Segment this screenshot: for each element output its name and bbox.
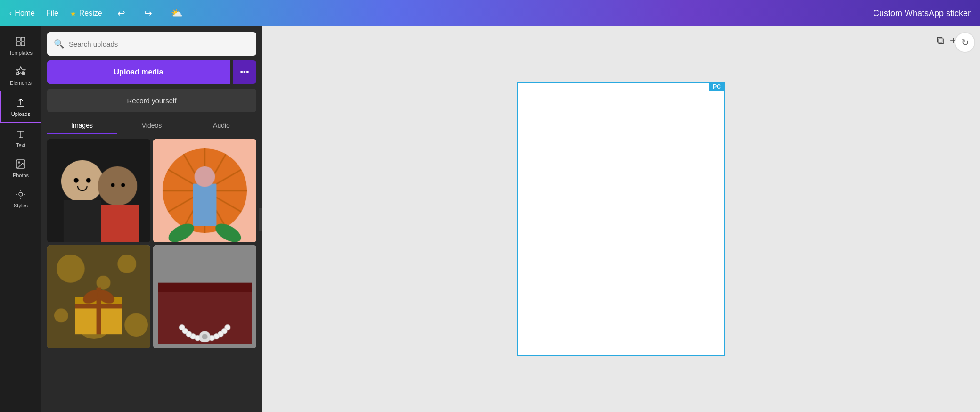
home-label: Home: [15, 9, 35, 17]
sidebar-item-elements-label: Elements: [10, 80, 32, 86]
sidebar-item-text-label: Text: [16, 142, 25, 148]
record-yourself-button[interactable]: Record yourself: [47, 89, 256, 112]
tab-videos[interactable]: Videos: [117, 117, 187, 134]
svg-rect-4: [16, 73, 19, 75]
sidebar-item-styles[interactable]: Styles: [0, 183, 41, 213]
record-label: Record yourself: [127, 97, 176, 105]
sidebar-item-elements[interactable]: Elements: [0, 60, 41, 91]
sidebar-item-uploads[interactable]: Uploads: [0, 91, 41, 123]
file-label: File: [46, 9, 58, 17]
upload-dots-label: •••: [240, 67, 249, 77]
upload-media-row: Upload media •••: [47, 60, 256, 84]
upload-media-button[interactable]: Upload media: [47, 60, 230, 84]
search-box: 🔍: [47, 32, 256, 56]
main: Templates Elements Uploads Text: [0, 26, 980, 412]
sidebar: Templates Elements Uploads Text: [0, 26, 41, 412]
resize-label: Resize: [79, 9, 102, 17]
image-canvas-boys: [47, 139, 150, 242]
canvas-area: ⧉ + ↻ PC: [262, 26, 980, 412]
back-button[interactable]: ‹ Home: [9, 9, 35, 17]
svg-rect-2: [16, 42, 20, 46]
sidebar-item-text[interactable]: Text: [0, 123, 41, 153]
sidebar-item-templates[interactable]: Templates: [0, 30, 41, 60]
tab-images-label: Images: [71, 122, 93, 129]
undo-button[interactable]: ↩: [114, 6, 129, 21]
tab-images[interactable]: Images: [47, 117, 117, 134]
copy-icon: ⧉: [937, 34, 944, 47]
svg-point-8: [19, 192, 23, 196]
sidebar-item-styles-label: Styles: [14, 203, 28, 208]
search-icon: 🔍: [54, 39, 64, 49]
image-thumb-woman[interactable]: [153, 139, 256, 242]
tab-videos-label: Videos: [142, 122, 162, 129]
styles-icon: [15, 189, 26, 200]
elements-icon: [15, 66, 26, 77]
file-button[interactable]: File: [46, 9, 58, 17]
topbar-title: Custom WhatsApp sticker: [873, 8, 971, 18]
topbar-left: ‹ Home File ★ Resize ↩ ↪ ⛅: [9, 6, 864, 21]
cloud-icon: ⛅: [171, 8, 183, 18]
images-grid: [47, 139, 256, 348]
image-canvas-woman: [153, 139, 256, 242]
upload-media-label: Upload media: [114, 68, 163, 76]
sidebar-item-photos[interactable]: Photos: [0, 153, 41, 183]
svg-rect-1: [21, 37, 25, 41]
canvas-tools: ⧉ +: [937, 34, 956, 47]
resize-star-icon: ★: [70, 9, 76, 18]
copy-canvas-button[interactable]: ⧉: [937, 34, 944, 47]
svg-rect-3: [21, 42, 25, 46]
uploads-icon: [15, 97, 26, 108]
templates-icon: [15, 36, 26, 47]
image-thumb-necklace[interactable]: [153, 245, 256, 348]
refresh-button[interactable]: ↻: [955, 32, 975, 53]
sidebar-item-photos-label: Photos: [13, 173, 29, 178]
photos-icon: [15, 158, 26, 170]
pc-badge: PC: [709, 82, 725, 91]
topbar: ‹ Home File ★ Resize ↩ ↪ ⛅ Custom WhatsA…: [0, 0, 980, 26]
media-tabs: Images Videos Audio: [47, 117, 256, 134]
undo-icon: ↩: [117, 8, 125, 18]
image-canvas-necklace: [153, 245, 256, 348]
tab-audio[interactable]: Audio: [187, 117, 256, 134]
refresh-icon: ↻: [961, 37, 969, 48]
resize-button[interactable]: ★ Resize: [70, 9, 102, 18]
cloud-button[interactable]: ⛅: [167, 6, 187, 21]
svg-rect-0: [16, 37, 20, 41]
upload-dots-button[interactable]: •••: [233, 60, 256, 84]
tab-audio-label: Audio: [213, 122, 230, 129]
redo-button[interactable]: ↪: [140, 6, 156, 21]
uploads-panel: 🔍 Upload media ••• Record yourself Image…: [41, 26, 262, 412]
back-icon: ‹: [9, 9, 12, 17]
image-thumb-gift[interactable]: [47, 245, 150, 348]
svg-point-7: [18, 162, 20, 163]
collapse-handle[interactable]: ‹: [259, 208, 262, 231]
text-icon: [15, 128, 26, 140]
search-input[interactable]: [69, 40, 250, 48]
image-thumb-boys[interactable]: [47, 139, 150, 242]
sidebar-item-templates-label: Templates: [9, 50, 33, 56]
sidebar-item-uploads-label: Uploads: [11, 111, 30, 117]
design-canvas: PC: [517, 82, 725, 356]
image-canvas-gift: [47, 245, 150, 348]
redo-icon: ↪: [144, 8, 152, 18]
